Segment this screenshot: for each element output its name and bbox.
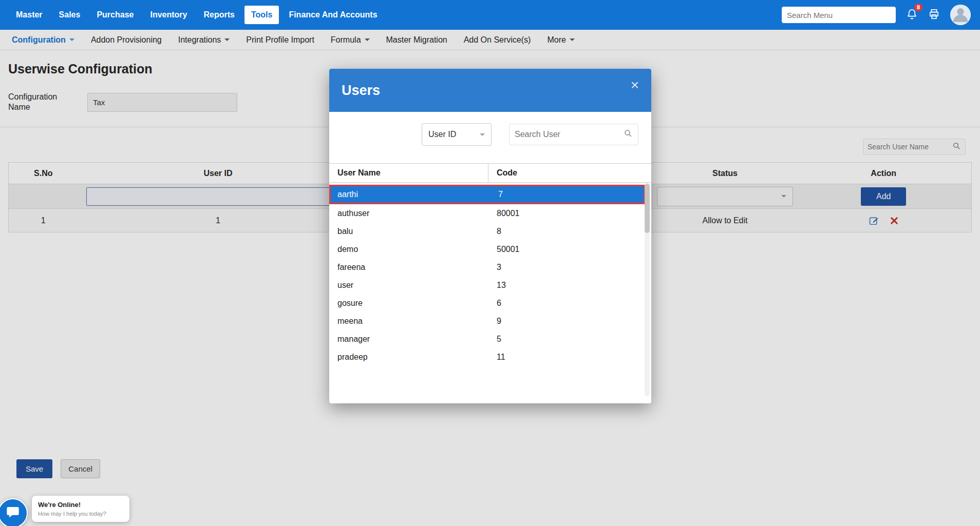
user-name: gosure — [329, 299, 488, 308]
user-name: demo — [329, 245, 488, 254]
user-name: aarthi — [331, 190, 490, 199]
search-user-input[interactable] — [515, 130, 624, 139]
user-code: 8 — [488, 227, 501, 236]
user-code: 6 — [488, 299, 501, 308]
nav-item-tools[interactable]: Tools — [244, 6, 279, 24]
modal-controls: User ID — [422, 123, 651, 146]
user-code: 7 — [490, 190, 503, 199]
user-list-item[interactable]: user 13 — [329, 276, 643, 294]
user-list-item-selected[interactable]: aarthi 7 — [329, 185, 645, 204]
users-modal: Users × User ID User Name Code aarthi 7 — [329, 69, 651, 403]
filter-selected-value: User ID — [428, 130, 456, 139]
scrollbar-thumb[interactable] — [645, 184, 650, 233]
main-menu: Master Sales Purchase Inventory Reports … — [9, 6, 384, 24]
user-list-item[interactable]: fareena 3 — [329, 258, 643, 276]
modal-search-box — [509, 124, 638, 145]
print-button[interactable] — [928, 8, 940, 22]
user-code: 9 — [488, 317, 501, 326]
nav-item-inventory[interactable]: Inventory — [143, 6, 194, 24]
modal-scrollbar[interactable] — [645, 183, 650, 396]
user-name: meena — [329, 317, 488, 326]
nav-item-purchase[interactable]: Purchase — [90, 6, 140, 24]
notifications-button[interactable]: 8 — [906, 8, 918, 22]
user-name: user — [329, 281, 488, 290]
user-name: manager — [329, 335, 488, 344]
user-code: 11 — [488, 353, 505, 362]
user-name: pradeep — [329, 353, 488, 362]
chat-launcher-button[interactable] — [0, 498, 28, 526]
chat-status-title: We're Online! — [38, 501, 123, 509]
user-code: 5 — [488, 335, 501, 344]
nav-item-finance-and-accounts[interactable]: Finance And Accounts — [282, 6, 384, 24]
top-navbar: Master Sales Purchase Inventory Reports … — [0, 0, 980, 30]
modal-table-header: User Name Code — [329, 163, 651, 183]
users-list: aarthi 7 authuser 80001 balu 8 demo 5000… — [329, 183, 651, 402]
nav-item-reports[interactable]: Reports — [197, 6, 241, 24]
chevron-down-icon — [480, 133, 485, 136]
nav-item-sales[interactable]: Sales — [52, 6, 87, 24]
user-list-item[interactable]: manager 5 — [329, 330, 643, 348]
chat-status-card[interactable]: We're Online! How may I help you today? — [32, 496, 129, 522]
column-header-user-name: User Name — [329, 164, 488, 182]
avatar[interactable] — [950, 5, 971, 25]
notification-badge: 8 — [914, 4, 922, 11]
user-icon — [950, 5, 971, 25]
user-list-item[interactable]: authuser 80001 — [329, 204, 643, 222]
modal-title: Users — [342, 83, 380, 99]
search-menu-input[interactable] — [782, 7, 896, 23]
user-name: balu — [329, 227, 488, 236]
user-code: 13 — [488, 281, 506, 290]
user-list-item[interactable]: gosure 6 — [329, 294, 643, 312]
user-code: 80001 — [488, 209, 520, 218]
user-list-item[interactable]: pradeep 11 — [329, 348, 643, 366]
user-list-item[interactable]: balu 8 — [329, 222, 643, 240]
user-list-item[interactable]: demo 50001 — [329, 240, 643, 258]
search-icon[interactable] — [624, 129, 633, 140]
app-root: Master Sales Purchase Inventory Reports … — [0, 0, 980, 232]
user-name: authuser — [329, 209, 488, 218]
chat-bubble-icon — [6, 505, 20, 521]
user-name: fareena — [329, 263, 488, 272]
user-code: 3 — [488, 263, 501, 272]
user-code: 50001 — [488, 245, 520, 254]
close-icon[interactable]: × — [631, 78, 639, 92]
nav-item-master[interactable]: Master — [9, 6, 49, 24]
column-header-code: Code — [488, 164, 517, 182]
topnav-right: 8 — [782, 5, 971, 25]
user-list-item[interactable]: meena 9 — [329, 312, 643, 330]
modal-header: Users × — [329, 69, 651, 112]
chat-status-message: How may I help you today? — [38, 511, 123, 517]
user-filter-dropdown[interactable]: User ID — [422, 123, 492, 146]
printer-icon — [928, 8, 940, 22]
